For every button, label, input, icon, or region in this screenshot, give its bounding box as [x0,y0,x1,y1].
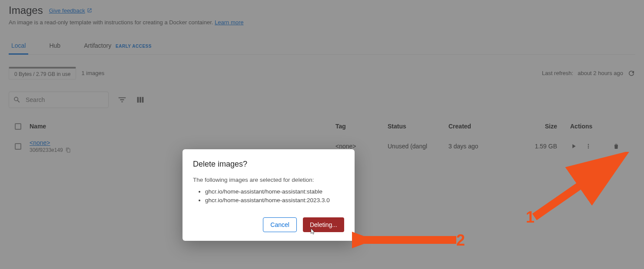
dialog-title: Delete images? [193,160,344,169]
annotation-arrow-2 [352,231,461,249]
delete-button-label: Deleting... [310,221,337,228]
annotation-number-1: 1 [526,208,534,226]
dialog-subtitle: The following images are selected for de… [193,177,344,183]
delete-dialog: Delete images? The following images are … [183,149,355,241]
annotation-arrow-1 [530,152,630,226]
svg-line-1 [534,160,617,217]
dialog-list-item: ghcr.io/home-assistant/home-assistant:20… [205,196,344,205]
dialog-list-item: ghcr.io/home-assistant/home-assistant:st… [205,187,344,196]
annotation-number-2: 2 [456,231,465,249]
delete-confirm-button[interactable]: Deleting... [303,217,344,232]
cancel-button[interactable]: Cancel [263,217,297,232]
cursor-icon [309,228,316,235]
